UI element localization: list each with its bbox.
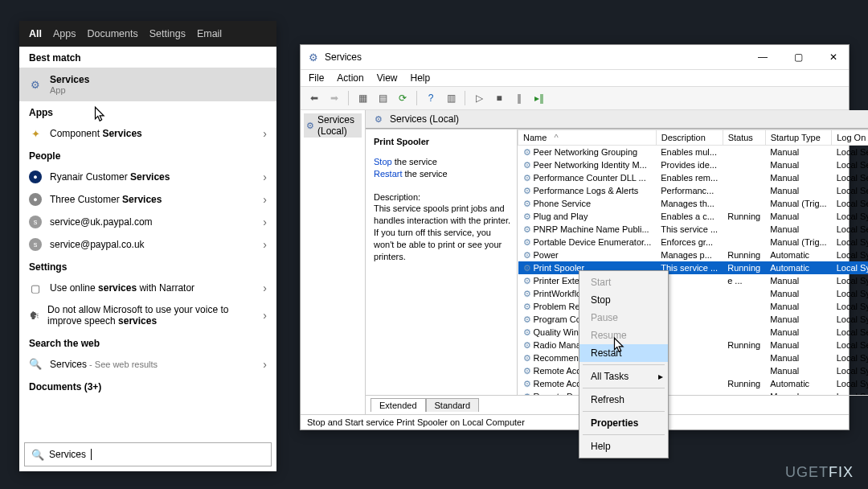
close-button[interactable]: ✕	[818, 48, 849, 66]
people-result[interactable]: sservice@uk.paypal.com›	[19, 211, 276, 233]
col-startup[interactable]: Startup Type	[765, 130, 832, 146]
service-row[interactable]: ⚙Performance Counter DLL ...Enables rem.…	[518, 171, 868, 184]
tab-documents[interactable]: Documents	[87, 28, 137, 39]
detail-title: Print Spooler	[374, 136, 510, 148]
tab-apps[interactable]: Apps	[53, 28, 76, 39]
tab-extended[interactable]: Extended	[371, 398, 425, 412]
setting-label: Use online services with Narrator	[50, 282, 194, 294]
web-result-services[interactable]: 🔍 Services - See web results ›	[19, 353, 276, 376]
service-row[interactable]: ⚙Peer Networking GroupingEnables mul...M…	[518, 146, 868, 159]
service-row[interactable]: ⚙Radio ManagRunningManualLocal Service	[518, 339, 868, 351]
service-row[interactable]: ⚙Remote AcceRunningAutomaticLocal Syste.…	[518, 377, 868, 390]
service-row[interactable]: ⚙RecommendeManualLocal Syste...	[518, 351, 868, 364]
service-row[interactable]: ⚙Performance Logs & AlertsPerformanc...M…	[518, 184, 868, 197]
start-menu-panel: All Apps Documents Settings Email Best m…	[19, 21, 276, 471]
people-label: Ryanair Customer Services	[50, 171, 170, 183]
tab-email[interactable]: Email	[197, 28, 222, 39]
best-match-services[interactable]: ⚙ Services App	[19, 68, 276, 101]
gear-icon: ⚙	[523, 353, 531, 363]
service-row[interactable]: ⚙Printer Extense ...ManualLocal Syste...	[518, 274, 868, 287]
people-label: Three Customer Services	[50, 194, 162, 205]
app-component-services[interactable]: ✦ Component Services ›	[19, 122, 276, 145]
setting-narrator-services[interactable]: ▢ Use online services with Narrator ›	[19, 277, 276, 299]
gear-icon: ⚙	[29, 78, 42, 91]
start-tabs: All Apps Documents Settings Email	[19, 21, 276, 47]
gear-icon: ⚙	[523, 392, 531, 396]
services-list[interactable]: Name ^ Description Status Startup Type L…	[517, 129, 868, 395]
menu-help[interactable]: Help	[411, 72, 431, 84]
chevron-right-icon: ›	[263, 309, 267, 322]
col-status[interactable]: Status	[723, 130, 765, 146]
setting-label: Do not allow Microsoft to use your voice…	[47, 304, 255, 327]
titlebar[interactable]: ⚙ Services — ▢ ✕	[301, 45, 849, 70]
refresh-button[interactable]: ⟳	[394, 89, 411, 107]
stop-link[interactable]: Stop	[374, 157, 392, 166]
service-row[interactable]: ⚙PNRP Machine Name Publi...This service …	[518, 223, 868, 236]
ctx-all-tasks[interactable]: All Tasks▸	[579, 368, 668, 385]
ctx-pause: Pause	[579, 309, 668, 327]
ctx-refresh[interactable]: Refresh	[579, 391, 668, 409]
start-service-button[interactable]: ▷	[470, 89, 488, 107]
col-description[interactable]: Description	[656, 130, 723, 146]
toolbar-btn[interactable]: ▦	[354, 89, 371, 107]
service-row[interactable]: ⚙Remote DeskManualLocal Syste...	[518, 390, 868, 395]
people-result[interactable]: ●Three Customer Services›	[19, 188, 276, 211]
people-result[interactable]: sservice@paypal.co.uk›	[19, 233, 276, 256]
service-row[interactable]: ⚙Remote AcceManualLocal Syste...	[518, 364, 868, 377]
col-name[interactable]: Name ^	[518, 130, 657, 146]
watermark: UGETFIX	[785, 464, 854, 481]
people-result[interactable]: ●Ryanair Customer Services›	[19, 166, 276, 188]
gear-icon: ⚙	[523, 289, 531, 298]
restart-link[interactable]: Restart	[374, 169, 402, 179]
tree-node-services-local[interactable]: ⚙ Services (Local)	[304, 113, 362, 138]
service-row[interactable]: ⚙Portable Device Enumerator...Enforces g…	[518, 236, 868, 249]
toolbar: ⬅ ➡ ▦ ▤ ⟳ ? ▥ ▷ ■ ‖ ▸‖	[301, 87, 849, 110]
ctx-properties[interactable]: Properties	[579, 414, 668, 432]
service-row[interactable]: ⚙Peer Networking Identity M...Provides i…	[518, 158, 868, 171]
menu-view[interactable]: View	[377, 72, 398, 84]
gear-icon: ⚙	[523, 186, 531, 195]
service-row[interactable]: ⚙Problem RepoManualLocal Syste...	[518, 300, 868, 313]
maximize-button[interactable]: ▢	[783, 48, 813, 66]
web-label: Services - See web results	[50, 359, 158, 370]
tab-all[interactable]: All	[29, 28, 42, 39]
gear-icon: ⚙	[523, 173, 531, 183]
service-row[interactable]: ⚙Phone ServiceManages th...Manual (Trig.…	[518, 197, 868, 210]
tab-standard[interactable]: Standard	[426, 398, 480, 412]
pause-service-button[interactable]: ‖	[510, 89, 528, 107]
people-label: service@uk.paypal.com	[50, 216, 153, 228]
toolbar-btn[interactable]: ▥	[442, 89, 460, 107]
gear-icon: ⚙	[523, 340, 531, 350]
tab-settings[interactable]: Settings	[149, 28, 186, 39]
menu-file[interactable]: File	[309, 72, 324, 84]
setting-speech-services[interactable]: 🗣 Do not allow Microsoft to use your voi…	[19, 299, 276, 332]
service-row[interactable]: ⚙PrintWorkflowManualLocal Syste...	[518, 287, 868, 300]
gear-icon: ⚙	[523, 147, 531, 157]
service-row[interactable]: ⚙Print SpoolerThis service ...RunningAut…	[518, 261, 868, 274]
ctx-help[interactable]: Help	[579, 438, 668, 455]
help-button[interactable]: ?	[422, 89, 440, 107]
stop-service-button[interactable]: ■	[490, 89, 508, 107]
ctx-stop[interactable]: Stop	[579, 291, 668, 309]
chevron-right-icon: ›	[263, 238, 267, 251]
col-logon[interactable]: Log On As	[832, 130, 868, 146]
toolbar-btn[interactable]: ▤	[374, 89, 391, 107]
search-input[interactable]: 🔍 Services	[24, 442, 272, 466]
service-row[interactable]: ⚙PowerManages p...RunningAutomaticLocal …	[518, 249, 868, 261]
detail-pane: Print Spooler Stop the service Restart t…	[366, 129, 517, 395]
back-button[interactable]: ⬅	[305, 89, 323, 107]
sort-asc-icon: ^	[555, 133, 559, 142]
service-row[interactable]: ⚙Plug and PlayEnables a c...RunningManua…	[518, 210, 868, 223]
tree-pane[interactable]: ⚙ Services (Local)	[301, 110, 366, 414]
minimize-button[interactable]: —	[747, 48, 778, 66]
menu-action[interactable]: Action	[337, 72, 363, 84]
service-row[interactable]: ⚙Program ConManualLocal Syste...	[518, 313, 868, 326]
service-row[interactable]: ⚙Quality WindManualLocal Service	[518, 326, 868, 339]
gear-icon: ⚙	[523, 327, 531, 337]
forward-button[interactable]: ➡	[326, 89, 343, 107]
chevron-right-icon: ›	[263, 193, 267, 206]
documents-header: Documents (3+)	[19, 376, 276, 397]
narrator-icon: ▢	[29, 281, 42, 294]
chevron-right-icon: ▸	[658, 371, 663, 382]
restart-service-button[interactable]: ▸‖	[530, 89, 548, 107]
